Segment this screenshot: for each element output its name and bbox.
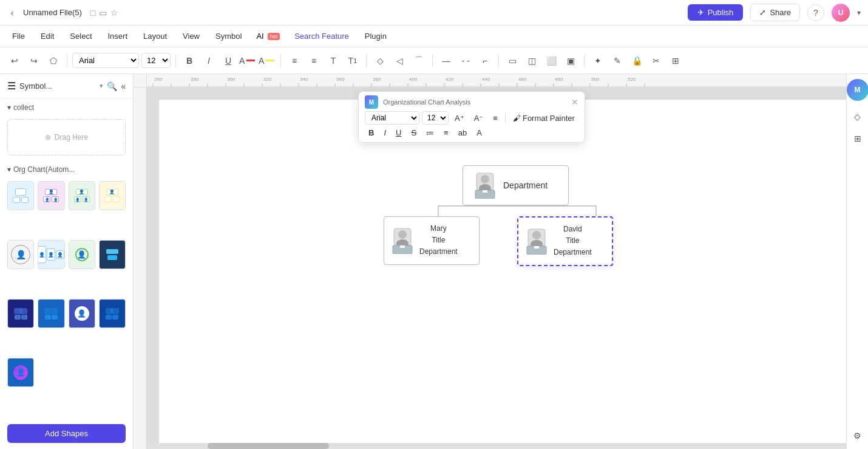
david-node-text: David Title Department [554, 224, 592, 259]
help-button[interactable]: ? [807, 4, 824, 21]
shape-item[interactable]: 👤 👤 👤 [69, 181, 95, 210]
share-button[interactable]: ⤢ Share [750, 4, 800, 21]
section-org-chevron-icon: ▾ [7, 165, 11, 174]
lock-button[interactable]: 🔒 [628, 52, 645, 69]
text-style-button[interactable]: T [325, 52, 342, 69]
right-design-btn[interactable]: ◇ [849, 108, 866, 125]
ft-size-select[interactable]: 12 [422, 111, 449, 125]
section-collect[interactable]: ▾ collect [0, 98, 133, 114]
avatar[interactable]: U [832, 4, 850, 22]
shape-item[interactable]: 👤 [69, 240, 95, 269]
ft-list2-btn[interactable]: ≡ [440, 127, 452, 139]
shape-item[interactable] [7, 181, 34, 210]
right-layout-btn[interactable]: ⊞ [849, 130, 866, 147]
dept-top-node[interactable]: Department [463, 165, 569, 205]
underline-button[interactable]: U [220, 52, 237, 69]
scissors-button[interactable]: ✂ [648, 52, 665, 69]
collapse-icon[interactable]: « [121, 81, 126, 91]
drag-area[interactable]: ⊕ Drag Here [7, 119, 126, 156]
ft-font-select[interactable]: Arial [365, 111, 419, 125]
fill-color-button[interactable]: ◇ [371, 52, 388, 69]
shape-item[interactable] [99, 240, 126, 269]
align-center-button[interactable]: ≡ [305, 52, 322, 69]
mary-node[interactable]: Mary Title Department [384, 216, 480, 265]
david-node[interactable]: David Title Department [517, 216, 613, 266]
menu-insert[interactable]: Insert [101, 29, 135, 43]
shape3-button[interactable]: ⬜ [543, 52, 560, 69]
ft-close-button[interactable]: ✕ [571, 97, 578, 107]
connector-button[interactable]: ⌐ [476, 52, 493, 69]
font-family-select[interactable]: Arial [72, 53, 139, 68]
export-icon[interactable]: ▭ [99, 8, 107, 18]
shape-button[interactable]: ▭ [504, 52, 521, 69]
align-left-button[interactable]: ≡ [286, 52, 303, 69]
add-shapes-button[interactable]: Add Shapes [7, 424, 126, 443]
shape-item[interactable]: 👤 [38, 299, 64, 328]
shape-item[interactable]: 👤 [7, 358, 34, 387]
shape-item[interactable]: 👤 [7, 240, 34, 269]
shape-item[interactable]: 👤 👤 👤 [38, 240, 64, 269]
shape-item[interactable]: 👤 [99, 299, 126, 328]
menu-view[interactable]: View [175, 29, 207, 43]
ft-strikethrough-btn[interactable]: S [407, 127, 420, 139]
ai-assistant-button[interactable]: M [847, 79, 869, 101]
pointer-button[interactable]: ⬠ [45, 52, 62, 69]
shape4-button[interactable]: ▣ [562, 52, 579, 69]
separator-7 [584, 55, 585, 67]
line-button[interactable]: — [438, 52, 455, 69]
section-chevron-icon: ▾ [7, 103, 11, 112]
ft-fontcolor-btn[interactable]: A [473, 127, 486, 139]
section-org[interactable]: ▾ Org Chart(Autom... [0, 160, 133, 176]
highlight-color-button[interactable]: A [259, 52, 276, 69]
font-color-button[interactable]: A [239, 52, 256, 69]
menu-plugin[interactable]: Plugin [358, 29, 394, 43]
ft-row1: M Organizational Chart Analysis ✕ [365, 95, 578, 109]
publish-button[interactable]: ✈ Publish [688, 4, 744, 21]
italic-button[interactable]: I [200, 52, 217, 69]
redo-button[interactable]: ↪ [25, 52, 42, 69]
panel-menu-icon[interactable]: ☰ [7, 80, 16, 92]
shape2-button[interactable]: ◫ [523, 52, 540, 69]
search-icon[interactable]: 🔍 [107, 81, 117, 91]
menu-select[interactable]: Select [63, 29, 99, 43]
shape-item[interactable]: 👤 👤 👤 [38, 181, 64, 210]
ft-italic-btn[interactable]: I [380, 127, 390, 139]
menu-file[interactable]: File [5, 29, 32, 43]
shape-item[interactable]: 👤 [69, 299, 95, 328]
save-icon[interactable]: □ [90, 8, 95, 18]
dashed-line-button[interactable]: - - [457, 52, 474, 69]
undo-button[interactable]: ↩ [6, 52, 23, 69]
format-font-button[interactable]: T1 [344, 52, 361, 69]
ft-grow-btn[interactable]: A⁺ [451, 112, 468, 124]
section-collect-label: collect [13, 103, 34, 112]
back-icon[interactable]: ‹ [7, 8, 17, 18]
ft-shrink-btn[interactable]: A⁻ [470, 112, 487, 124]
menu-layout[interactable]: Layout [136, 29, 174, 43]
shape-item[interactable]: 👤 👤 👤 [7, 299, 34, 328]
david-name: David [554, 224, 592, 235]
ft-format-painter-btn[interactable]: 🖌 Format Painter [509, 112, 578, 124]
menu-edit[interactable]: Edit [33, 29, 61, 43]
ft-bold-btn[interactable]: B [365, 127, 378, 139]
menu-ai[interactable]: AI hot [250, 29, 286, 43]
svg-text:400: 400 [409, 77, 418, 82]
line-style-button[interactable]: ⌒ [410, 52, 427, 69]
ft-code-btn[interactable]: ab [455, 127, 470, 139]
line-color-button[interactable]: ◁ [391, 52, 408, 69]
shape-grid: 👤 👤 👤 👤 👤 👤 👤 [0, 176, 133, 418]
dropdown-chevron-icon[interactable]: ▾ [857, 9, 861, 17]
ft-underline-btn[interactable]: U [392, 127, 405, 139]
shape-item[interactable]: 👤 [99, 181, 126, 210]
panel-chevron-icon[interactable]: ▾ [100, 82, 103, 90]
ft-align-btn[interactable]: ≡ [489, 112, 501, 124]
star-icon[interactable]: ☆ [110, 8, 118, 18]
ft-list1-btn[interactable]: ≔ [422, 127, 438, 139]
bold-button[interactable]: B [181, 52, 198, 69]
magic-button[interactable]: ✦ [589, 52, 606, 69]
edit-button[interactable]: ✎ [609, 52, 626, 69]
menu-symbol[interactable]: Symbol [208, 29, 249, 43]
menu-search-feature[interactable]: Search Feature [287, 29, 356, 43]
right-settings-btn[interactable]: ⚙ [849, 427, 866, 444]
font-size-select[interactable]: 12 [141, 53, 171, 68]
table-button[interactable]: ⊞ [667, 52, 684, 69]
